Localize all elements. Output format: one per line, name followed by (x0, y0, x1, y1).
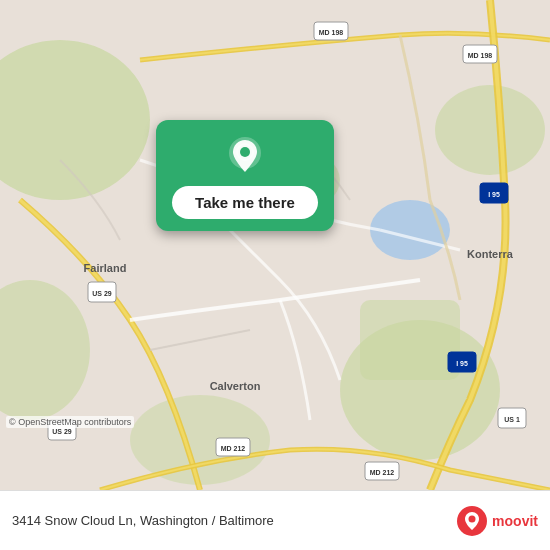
svg-text:Fairland: Fairland (84, 262, 127, 274)
svg-text:I 95: I 95 (488, 191, 500, 198)
green-card: Take me there (156, 120, 334, 231)
svg-text:Konterra: Konterra (467, 248, 514, 260)
svg-point-34 (469, 515, 476, 522)
osm-attribution: © OpenStreetMap contributors (6, 416, 134, 428)
svg-text:MD 198: MD 198 (468, 52, 493, 59)
bottom-bar: 3414 Snow Cloud Ln, Washington / Baltimo… (0, 490, 550, 550)
moovit-logo: moovit (456, 505, 538, 537)
svg-text:I 95: I 95 (456, 360, 468, 367)
svg-text:US 29: US 29 (92, 290, 112, 297)
svg-point-6 (435, 85, 545, 175)
map-container: US 29 US 29 US 1 MD 198 MD 198 I 95 I 95… (0, 0, 550, 490)
svg-rect-5 (360, 300, 460, 380)
svg-text:MD 198: MD 198 (319, 29, 344, 36)
svg-text:Calverton: Calverton (210, 380, 261, 392)
svg-text:MD 212: MD 212 (370, 469, 395, 476)
location-pin-icon (223, 134, 267, 178)
moovit-label-text: moovit (492, 513, 538, 529)
svg-text:MD 212: MD 212 (221, 445, 246, 452)
address-text: 3414 Snow Cloud Ln, Washington / Baltimo… (12, 513, 274, 528)
moovit-icon (456, 505, 488, 537)
svg-text:US 1: US 1 (504, 416, 520, 423)
svg-text:US 29: US 29 (52, 428, 72, 435)
take-me-there-button[interactable]: Take me there (172, 186, 318, 219)
button-overlay: Take me there (155, 120, 335, 231)
svg-point-31 (240, 147, 250, 157)
